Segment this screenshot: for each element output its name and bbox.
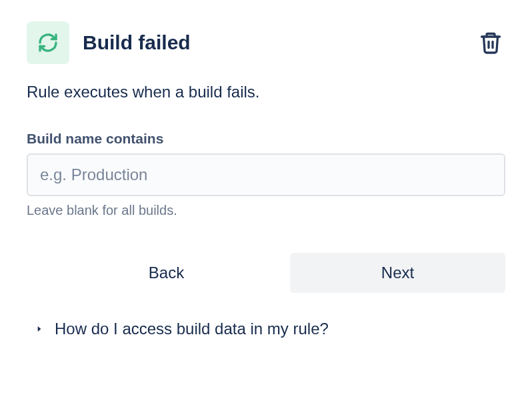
refresh-icon	[37, 32, 59, 53]
header-left: Build failed	[27, 21, 191, 64]
build-name-input[interactable]	[27, 153, 505, 196]
build-name-helper: Leave blank for all builds.	[27, 203, 505, 218]
chevron-right-icon	[35, 324, 44, 334]
refresh-icon-box	[27, 21, 69, 64]
trash-icon	[479, 31, 503, 55]
help-expand[interactable]: How do I access build data in my rule?	[27, 317, 505, 341]
next-button[interactable]: Next	[290, 253, 505, 293]
rule-description: Rule executes when a build fails.	[27, 83, 505, 101]
header: Build failed	[27, 21, 505, 64]
build-name-label: Build name contains	[27, 131, 505, 147]
help-expand-text: How do I access build data in my rule?	[55, 320, 329, 338]
button-row: Back Next	[27, 253, 505, 293]
delete-button[interactable]	[476, 28, 505, 57]
back-button[interactable]: Back	[59, 253, 274, 293]
page-title: Build failed	[83, 31, 191, 54]
